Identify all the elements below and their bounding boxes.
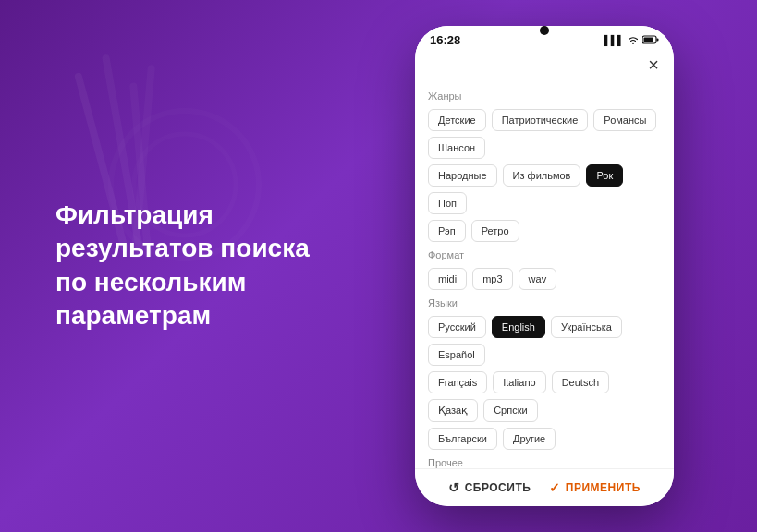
languages-tags-row2: Français Italiano Deutsch Қазақ Српски	[428, 371, 661, 422]
bottom-actions: ↺ СБРОСИТЬ ✓ ПРИМЕНИТЬ	[415, 468, 674, 506]
other-section: Прочее Только дуэты	[428, 457, 661, 468]
wifi-icon	[628, 35, 639, 46]
reset-icon: ↺	[448, 480, 460, 495]
genres-section: Жанры Детские Патриотические Романсы Шан…	[428, 91, 661, 242]
genres-title: Жанры	[428, 91, 661, 102]
tag-романсы[interactable]: Романсы	[593, 109, 656, 131]
languages-title: Языки	[428, 297, 661, 308]
svg-rect-7	[657, 38, 659, 41]
tag-қазақ[interactable]: Қазақ	[428, 399, 478, 422]
languages-tags-row3: Български Другие	[428, 428, 661, 450]
tag-wav[interactable]: wav	[519, 268, 557, 290]
tag-детские[interactable]: Детские	[428, 109, 486, 131]
format-tags-row: midi mp3 wav	[428, 268, 661, 290]
heading-line2: результатов поиска	[55, 235, 310, 263]
tag-поп[interactable]: Поп	[428, 192, 467, 214]
heading-line4: параметрам	[55, 301, 211, 330]
main-heading: Фильтрация результатов поиска по несколь…	[55, 199, 310, 333]
genres-tags-row3: Рэп Ретро	[428, 220, 661, 242]
status-icons: ▌▌▌	[604, 35, 659, 46]
format-title: Формат	[428, 249, 661, 260]
apply-button[interactable]: ✓ ПРИМЕНИТЬ	[549, 480, 641, 495]
tag-патриотические[interactable]: Патриотические	[492, 109, 589, 131]
reset-button[interactable]: ↺ СБРОСИТЬ	[448, 480, 531, 495]
languages-tags-row1: Русский English Українська Español	[428, 316, 661, 366]
tag-српски[interactable]: Српски	[483, 399, 537, 422]
tag-deutsch[interactable]: Deutsch	[552, 371, 609, 393]
languages-section: Языки Русский English Українська Español…	[428, 297, 661, 450]
apply-label: ПРИМЕНИТЬ	[566, 481, 641, 494]
tag-из-фильмов[interactable]: Из фильмов	[503, 164, 581, 187]
phone-mockup: 16:28 ▌▌▌	[415, 26, 674, 506]
genres-tags-row2: Народные Из фильмов Рок Поп	[428, 164, 661, 214]
apply-icon: ✓	[549, 480, 561, 495]
tag-english[interactable]: English	[492, 316, 545, 338]
tag-русский[interactable]: Русский	[428, 316, 486, 338]
heading-line3: по нескольким	[55, 268, 246, 296]
reset-label: СБРОСИТЬ	[465, 481, 531, 494]
screen-content[interactable]: Жанры Детские Патриотические Романсы Шан…	[415, 83, 674, 468]
tag-шансон[interactable]: Шансон	[428, 137, 485, 159]
genres-tags-row1: Детские Патриотические Романсы Шансон	[428, 109, 661, 159]
screen-header: ×	[415, 51, 674, 83]
close-button[interactable]: ×	[648, 54, 659, 76]
status-notch	[540, 26, 549, 35]
tag-народные[interactable]: Народные	[428, 164, 497, 187]
format-section: Формат midi mp3 wav	[428, 249, 661, 290]
tag-midi[interactable]: midi	[428, 268, 467, 290]
heading-line1: Фильтрация	[55, 200, 214, 229]
tag-français[interactable]: Français	[428, 371, 487, 393]
tag-mp3[interactable]: mp3	[472, 268, 512, 290]
tag-български[interactable]: Български	[428, 428, 497, 450]
other-title: Прочее	[428, 457, 661, 468]
tag-рок[interactable]: Рок	[586, 164, 623, 187]
tag-другие[interactable]: Другие	[503, 428, 556, 450]
tag-español[interactable]: Español	[428, 344, 485, 366]
status-time: 16:28	[430, 33, 460, 47]
svg-rect-8	[644, 37, 653, 42]
phone-screen: 16:28 ▌▌▌	[415, 26, 674, 506]
battery-icon	[642, 35, 659, 46]
signal-icon: ▌▌▌	[604, 35, 624, 45]
tag-рэп[interactable]: Рэп	[428, 220, 466, 242]
status-bar: 16:28 ▌▌▌	[415, 26, 674, 51]
tag-italiano[interactable]: Italiano	[493, 371, 545, 393]
tag-українська[interactable]: Українська	[551, 316, 622, 338]
tag-ретро[interactable]: Ретро	[471, 220, 519, 242]
